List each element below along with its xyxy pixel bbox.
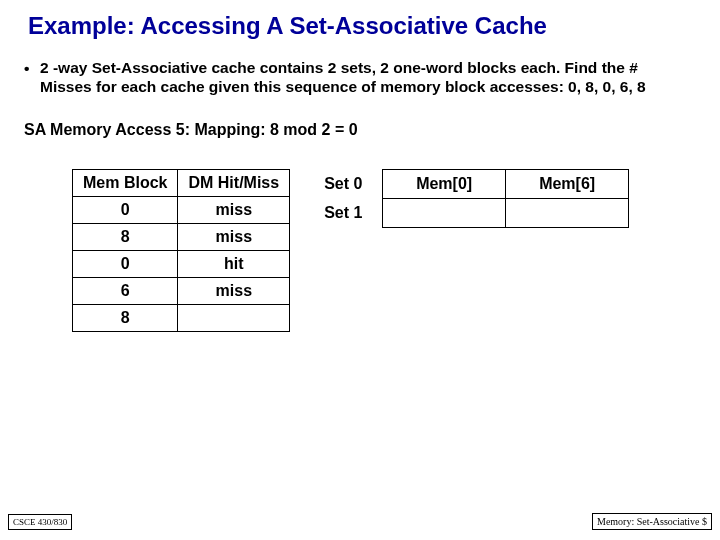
table-row: 0 miss — [73, 196, 290, 223]
footer-course-code: CSCE 430/830 — [8, 514, 72, 530]
cache-table: Set 0 Mem[0] Mem[6] Set 1 — [318, 169, 629, 228]
bullet-dot-icon: • — [24, 58, 40, 78]
cache-cell — [506, 198, 629, 227]
bullet-item: • 2 -way Set-Associative cache contains … — [24, 58, 690, 97]
trace-cell: miss — [178, 223, 290, 250]
table-row: 0 hit — [73, 250, 290, 277]
access-subheading: SA Memory Access 5: Mapping: 8 mod 2 = 0 — [24, 121, 696, 139]
table-row: Set 0 Mem[0] Mem[6] — [318, 169, 629, 198]
table-row: 6 miss — [73, 277, 290, 304]
trace-cell — [178, 304, 290, 331]
footer-topic: Memory: Set-Associative $ — [592, 513, 712, 530]
trace-header-hitmiss: DM Hit/Miss — [178, 169, 290, 196]
tables-area: Mem Block DM Hit/Miss 0 miss 8 miss 0 hi… — [72, 169, 696, 332]
trace-table: Mem Block DM Hit/Miss 0 miss 8 miss 0 hi… — [72, 169, 290, 332]
bullet-text: 2 -way Set-Associative cache contains 2 … — [40, 58, 690, 97]
cache-row-label: Set 0 — [318, 169, 383, 198]
trace-cell: 0 — [73, 250, 178, 277]
trace-cell: 0 — [73, 196, 178, 223]
table-row: 8 — [73, 304, 290, 331]
cache-row-label: Set 1 — [318, 198, 383, 227]
trace-cell: miss — [178, 277, 290, 304]
cache-cell — [383, 198, 506, 227]
trace-cell: hit — [178, 250, 290, 277]
trace-header-block: Mem Block — [73, 169, 178, 196]
trace-cell: miss — [178, 196, 290, 223]
slide-title: Example: Accessing A Set-Associative Cac… — [28, 12, 696, 40]
cache-cell: Mem[0] — [383, 169, 506, 198]
table-row: Set 1 — [318, 198, 629, 227]
trace-cell: 8 — [73, 223, 178, 250]
trace-cell: 6 — [73, 277, 178, 304]
table-row: 8 miss — [73, 223, 290, 250]
trace-cell: 8 — [73, 304, 178, 331]
cache-cell: Mem[6] — [506, 169, 629, 198]
